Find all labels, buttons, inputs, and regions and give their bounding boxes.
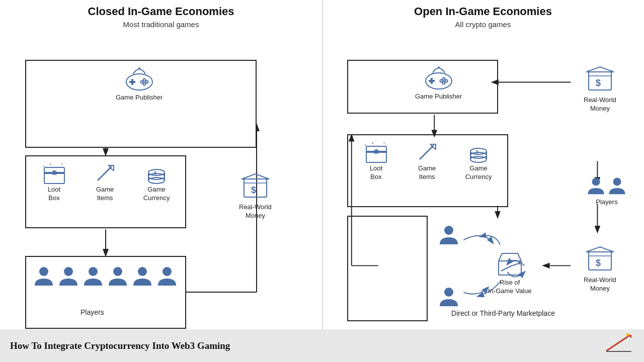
left-game-items-label: GameItems [96, 186, 114, 203]
svg-point-35 [64, 267, 73, 276]
svg-point-37 [113, 267, 122, 276]
right-game-currency-cell: $ GameCurrency [465, 140, 492, 182]
svg-point-36 [89, 267, 98, 276]
svg-point-11 [145, 81, 148, 83]
svg-point-34 [39, 267, 48, 276]
svg-text:$: $ [251, 185, 256, 195]
svg-point-89 [626, 333, 629, 336]
svg-marker-60 [586, 67, 614, 72]
right-subtitle: All crypto games [332, 20, 634, 29]
rise-of-value: Rise ofIn-Game Value [488, 251, 531, 296]
right-game-currency-label: GameCurrency [465, 164, 492, 182]
right-rwm-top: $ Real-WorldMoney [584, 66, 616, 113]
svg-text:+: + [383, 141, 385, 145]
left-loot-box-label: LootBox [48, 186, 60, 203]
marketplace-label: Direct or Third-Party Marketplace [357, 309, 644, 317]
right-diagram: Game Publisher $ Real-WorldMoney [332, 35, 634, 326]
right-publisher-label: Game Publisher [415, 93, 462, 101]
svg-text:+: + [364, 143, 367, 147]
svg-text:+: + [61, 162, 63, 166]
right-loot-box-cell: + + ✦ LootBox [364, 140, 389, 182]
svg-point-10 [143, 79, 145, 81]
left-rwm-label: Real-WorldMoney [239, 203, 272, 220]
svg-text:✦: ✦ [49, 163, 52, 166]
svg-text:$: $ [154, 170, 156, 175]
svg-point-38 [138, 267, 147, 276]
main-content: Closed In-Game Economies Most traditiona… [0, 0, 644, 329]
svg-marker-33 [242, 174, 269, 179]
left-players-label: Players [80, 308, 104, 316]
svg-line-21 [98, 166, 112, 180]
svg-point-39 [163, 267, 172, 276]
svg-text:$: $ [596, 258, 601, 268]
right-players-label: Players [596, 198, 617, 207]
left-game-currency-cell: $ GameCurrency [143, 161, 170, 203]
right-publisher-icon: Game Publisher [415, 65, 462, 101]
svg-marker-85 [586, 247, 614, 252]
left-publisher-icon: Game Publisher [116, 66, 163, 102]
svg-rect-51 [429, 80, 435, 82]
footer: How To Integrate Cryptocurrency Into Web… [0, 329, 644, 362]
left-subtitle: Most traditional games [10, 20, 312, 29]
svg-rect-9 [129, 81, 135, 83]
left-player-icons [26, 257, 185, 287]
left-rwm: $ Real-WorldMoney [239, 173, 272, 220]
left-publisher-label: Game Publisher [116, 94, 163, 102]
svg-rect-88 [606, 351, 631, 352]
right-game-items-label: GameItems [418, 164, 436, 182]
svg-line-67 [420, 145, 434, 159]
left-game-currency-label: GameCurrency [143, 186, 170, 203]
right-rwm-top-label: Real-WorldMoney [584, 96, 616, 113]
svg-point-14 [138, 67, 140, 69]
svg-text:$: $ [596, 78, 601, 88]
right-side: Open In-Game Economies All crypto games [322, 0, 644, 329]
left-game-items-cell: GameItems [93, 161, 118, 203]
svg-point-81 [444, 288, 453, 297]
right-game-items-cell: GameItems [415, 140, 440, 182]
right-items-row: + + ✦ LootBox GameItems [348, 135, 507, 182]
right-rwm-bottom-label: Real-WorldMoney [584, 276, 616, 293]
left-loot-box-cell: + + ✦ LootBox [42, 161, 67, 203]
rise-of-value-label: Rise ofIn-Game Value [488, 279, 531, 296]
svg-point-53 [445, 80, 447, 82]
marketplace-player-top [438, 223, 460, 246]
left-items-row: + + ✦ LootBox GameItems [26, 156, 185, 203]
right-rwm-bottom: $ Real-WorldMoney [584, 246, 616, 293]
svg-point-54 [442, 82, 445, 84]
svg-point-12 [143, 83, 145, 85]
right-items-box: + + ✦ LootBox GameItems [347, 134, 508, 207]
svg-point-77 [613, 177, 621, 186]
svg-point-56 [438, 66, 440, 68]
svg-point-52 [442, 78, 445, 80]
svg-text:✦: ✦ [371, 142, 374, 145]
left-items-box: + + ✦ LootBox GameItems [25, 155, 186, 228]
left-side: Closed In-Game Economies Most traditiona… [0, 0, 322, 329]
right-loot-box-label: LootBox [370, 164, 382, 182]
svg-text:+: + [42, 164, 45, 168]
svg-point-76 [592, 177, 600, 186]
footer-chart-icon [604, 331, 634, 358]
svg-point-80 [444, 226, 453, 235]
right-marketplace-box [347, 216, 428, 321]
svg-point-55 [440, 80, 442, 82]
footer-title: How To Integrate Cryptocurrency Into Web… [10, 340, 230, 351]
svg-text:$: $ [476, 149, 478, 154]
left-title: Closed In-Game Economies [10, 5, 312, 18]
svg-point-13 [140, 81, 143, 83]
left-players-box [25, 256, 186, 329]
marketplace-player-bottom [438, 285, 460, 308]
right-players: Players [586, 175, 627, 207]
svg-rect-78 [499, 261, 521, 275]
left-diagram: Game Publisher [10, 35, 312, 326]
right-title: Open In-Game Economies [332, 5, 634, 18]
